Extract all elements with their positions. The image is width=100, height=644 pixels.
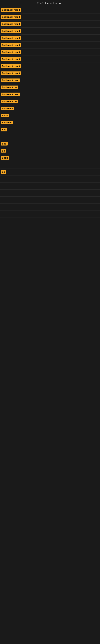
bottleneck-result-badge[interactable]: Bottlenec (1, 121, 13, 124)
bottleneck-result-badge[interactable]: Bottleneck result (1, 8, 21, 12)
list-item: Bottleneck result (0, 49, 100, 56)
list-item (0, 182, 100, 190)
list-item: Bo (0, 147, 100, 154)
list-item: Bottle (0, 154, 100, 162)
list-item (0, 133, 100, 140)
list-item: Bottleneck result (0, 34, 100, 42)
list-item: Bottleneck (0, 105, 100, 112)
list-item: Bottle (0, 112, 100, 119)
bottleneck-result-badge[interactable]: Bottleneck result (1, 50, 21, 54)
list-item: Bottleneck res (0, 98, 100, 105)
bottleneck-result-badge[interactable]: Bottleneck result (1, 15, 21, 19)
bottleneck-result-badge[interactable]: Bottleneck resu (1, 78, 20, 82)
list-item: Bottleneck resu (0, 77, 100, 84)
site-title: TheBottlenecker.com (0, 0, 100, 6)
bottleneck-result-badge[interactable]: Bottle (1, 156, 9, 160)
list-item (0, 190, 100, 196)
list-item (0, 232, 100, 239)
bottleneck-result-badge[interactable]: Bottleneck (1, 107, 14, 110)
list-item: Bot (0, 126, 100, 133)
bottleneck-result-badge[interactable]: Bottleneck resu (1, 92, 20, 96)
list-item (0, 211, 100, 218)
list-item: Bott (0, 140, 100, 147)
bottleneck-result-badge[interactable]: Bottleneck result (1, 72, 21, 75)
list-item: Bottleneck result (0, 20, 100, 28)
list-item: Bottleneck result (0, 70, 100, 77)
bottleneck-result-badge[interactable]: Bottleneck result (1, 43, 21, 47)
bottleneck-result-badge[interactable]: Bo (1, 149, 6, 152)
bottleneck-result-badge[interactable]: Bottleneck res (1, 86, 18, 89)
bottleneck-result-badge[interactable]: Bo (1, 170, 6, 174)
bottleneck-result-badge[interactable]: Bottleneck result (1, 64, 21, 68)
list-item: Bottlenec (0, 119, 100, 126)
bottleneck-result-badge[interactable]: Bottleneck result (1, 22, 21, 26)
list-item (0, 176, 100, 182)
list-item: Bottleneck result (0, 63, 100, 70)
row-indicator (1, 247, 1, 251)
bottleneck-result-badge[interactable]: Bottleneck result (1, 57, 21, 61)
list-item (0, 204, 100, 211)
bottleneck-result-badge[interactable]: Bottleneck res (1, 100, 18, 103)
bottleneck-result-badge[interactable]: Bottleneck result (1, 36, 21, 40)
list-item (0, 239, 100, 246)
list-item: Bottleneck result (0, 42, 100, 49)
list-item: Bottleneck resu (0, 91, 100, 98)
list-item: Bottleneck res (0, 84, 100, 91)
list-item (0, 162, 100, 168)
bottleneck-result-badge[interactable]: Bott (1, 142, 8, 146)
row-indicator (1, 240, 1, 244)
list-item (0, 218, 100, 225)
list-item: Bottleneck result (0, 6, 100, 14)
row-indicator (1, 135, 1, 139)
list-item (0, 196, 100, 204)
list-item: Bo (0, 168, 100, 176)
bottleneck-result-badge[interactable]: Bottle (1, 114, 9, 117)
list-item: Bottleneck result (0, 14, 100, 20)
list-item: Bottleneck result (0, 28, 100, 34)
list-item (0, 225, 100, 232)
list-item: Bottleneck result (0, 56, 100, 63)
bottleneck-result-badge[interactable]: Bot (1, 128, 7, 132)
list-item (0, 246, 100, 253)
bottleneck-result-badge[interactable]: Bottleneck result (1, 29, 21, 33)
